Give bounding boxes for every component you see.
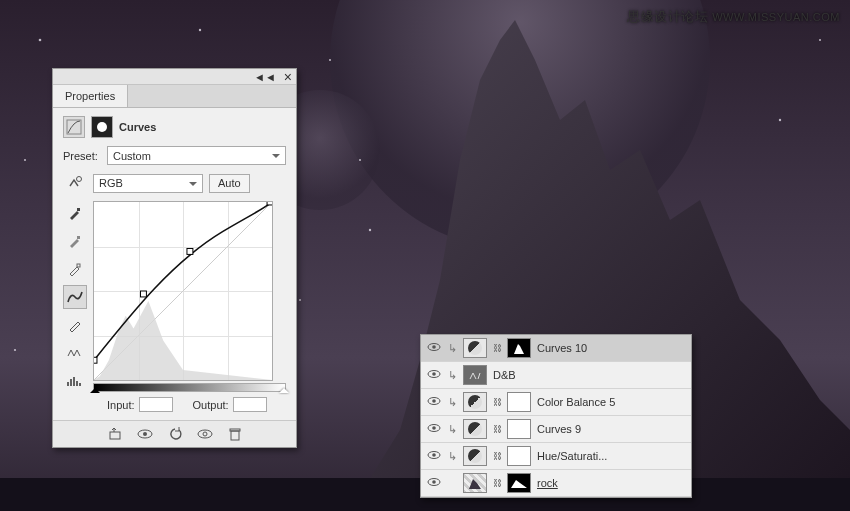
visibility-toggle-icon[interactable] <box>427 450 441 462</box>
watermark-cn: 思缘设计论坛 <box>627 9 708 24</box>
input-field[interactable] <box>139 397 173 412</box>
svg-point-40 <box>432 426 436 430</box>
svg-point-17 <box>77 177 82 182</box>
smooth-tool-icon[interactable] <box>63 341 87 365</box>
adjustment-title: Curves <box>119 121 156 133</box>
svg-rect-19 <box>77 236 80 239</box>
panel-tabs: Properties <box>53 85 296 108</box>
svg-rect-26 <box>110 432 120 439</box>
layer-row[interactable]: ⛓rock <box>421 470 691 497</box>
svg-rect-22 <box>94 357 97 363</box>
layer-row[interactable]: ↳D&B <box>421 362 691 389</box>
svg-point-4 <box>199 29 201 31</box>
svg-rect-24 <box>187 248 193 254</box>
panel-titlebar: ◄◄ × <box>53 69 296 85</box>
clip-indicator-icon: ↳ <box>447 450 457 463</box>
svg-point-29 <box>198 430 212 438</box>
layer-thumbnail[interactable] <box>463 446 487 466</box>
histogram-icon[interactable] <box>63 369 87 393</box>
svg-point-16 <box>97 122 107 132</box>
input-output-row: Input: Output: <box>63 393 286 416</box>
layer-thumbnail[interactable] <box>463 473 487 493</box>
collapse-icon[interactable]: ◄◄ <box>254 71 276 83</box>
svg-point-7 <box>369 229 371 231</box>
output-field[interactable] <box>233 397 267 412</box>
clip-indicator-icon: ↳ <box>447 396 457 409</box>
svg-point-30 <box>203 432 207 436</box>
properties-panel: ◄◄ × Properties Curves Preset: Custom RG… <box>52 68 297 448</box>
tab-properties[interactable]: Properties <box>53 85 128 107</box>
svg-point-2 <box>39 39 42 42</box>
layer-thumbnail[interactable] <box>463 419 487 439</box>
input-gradient-slider[interactable] <box>93 383 286 392</box>
visibility-icon[interactable] <box>197 426 213 442</box>
layer-name[interactable]: Color Balance 5 <box>537 396 685 408</box>
reset-icon[interactable] <box>167 426 183 442</box>
curve-line <box>94 202 272 380</box>
layer-thumbnail[interactable] <box>463 338 487 358</box>
svg-rect-23 <box>140 291 146 297</box>
link-icon[interactable]: ⛓ <box>493 451 501 461</box>
mask-icon <box>91 116 113 138</box>
layer-mask-thumbnail[interactable] <box>507 473 531 493</box>
layer-thumbnail[interactable] <box>463 392 487 412</box>
layer-name[interactable]: rock <box>537 477 685 489</box>
preset-select[interactable]: Custom <box>107 146 286 165</box>
layers-panel: ↳⛓Curves 10↳D&B↳⛓Color Balance 5↳⛓Curves… <box>420 334 692 498</box>
adjustment-header: Curves <box>63 116 286 138</box>
link-icon[interactable]: ⛓ <box>493 397 501 407</box>
layer-thumbnail[interactable] <box>463 365 487 385</box>
visibility-toggle-icon[interactable] <box>427 477 441 489</box>
curve-tool-icon[interactable] <box>63 285 87 309</box>
svg-point-5 <box>24 159 26 161</box>
svg-point-9 <box>14 349 16 351</box>
svg-point-13 <box>299 299 301 301</box>
eyedropper-black-icon[interactable] <box>63 201 87 225</box>
panel-footer <box>53 420 296 447</box>
clip-indicator-icon: ↳ <box>447 423 457 436</box>
curves-graph[interactable] <box>93 201 273 381</box>
link-icon[interactable]: ⛓ <box>493 424 501 434</box>
svg-rect-25 <box>267 202 272 205</box>
auto-button[interactable]: Auto <box>209 174 250 193</box>
svg-point-28 <box>143 432 147 436</box>
link-icon[interactable]: ⛓ <box>493 343 501 353</box>
input-label: Input: <box>107 399 135 411</box>
layer-row[interactable]: ↳⛓Color Balance 5 <box>421 389 691 416</box>
layer-row[interactable]: ↳⛓Curves 9 <box>421 416 691 443</box>
svg-rect-18 <box>77 208 80 211</box>
svg-point-36 <box>432 372 436 376</box>
delete-icon[interactable] <box>227 426 243 442</box>
layer-mask-thumbnail[interactable] <box>507 338 531 358</box>
svg-point-6 <box>329 59 331 61</box>
visibility-toggle-icon[interactable] <box>427 369 441 381</box>
layer-mask-thumbnail[interactable] <box>507 419 531 439</box>
visibility-toggle-icon[interactable] <box>427 423 441 435</box>
target-adjust-icon[interactable] <box>63 171 87 195</box>
eyedropper-white-icon[interactable] <box>63 257 87 281</box>
visibility-toggle-icon[interactable] <box>427 396 441 408</box>
link-icon[interactable]: ⛓ <box>493 478 501 488</box>
close-icon[interactable]: × <box>284 69 292 85</box>
view-previous-icon[interactable] <box>137 426 153 442</box>
curves-icon <box>63 116 85 138</box>
channel-select[interactable]: RGB <box>93 174 203 193</box>
pencil-tool-icon[interactable] <box>63 313 87 337</box>
watermark-url: WWW.MISSYUAN.COM <box>712 11 840 23</box>
layer-name[interactable]: D&B <box>493 369 685 381</box>
clip-to-layer-icon[interactable] <box>107 426 123 442</box>
layer-row[interactable]: ↳⛓Curves 10 <box>421 335 691 362</box>
visibility-toggle-icon[interactable] <box>427 342 441 354</box>
layer-mask-thumbnail[interactable] <box>507 446 531 466</box>
layer-mask-thumbnail[interactable] <box>507 392 531 412</box>
eyedropper-grey-icon[interactable] <box>63 229 87 253</box>
clip-indicator-icon: ↳ <box>447 369 457 382</box>
svg-rect-20 <box>77 264 80 267</box>
svg-point-42 <box>432 453 436 457</box>
layer-name[interactable]: Curves 9 <box>537 423 685 435</box>
svg-point-38 <box>432 399 436 403</box>
layer-name[interactable]: Curves 10 <box>537 342 685 354</box>
layer-row[interactable]: ↳⛓Hue/Saturati... <box>421 443 691 470</box>
layer-name[interactable]: Hue/Saturati... <box>537 450 685 462</box>
clip-indicator-icon: ↳ <box>447 342 457 355</box>
